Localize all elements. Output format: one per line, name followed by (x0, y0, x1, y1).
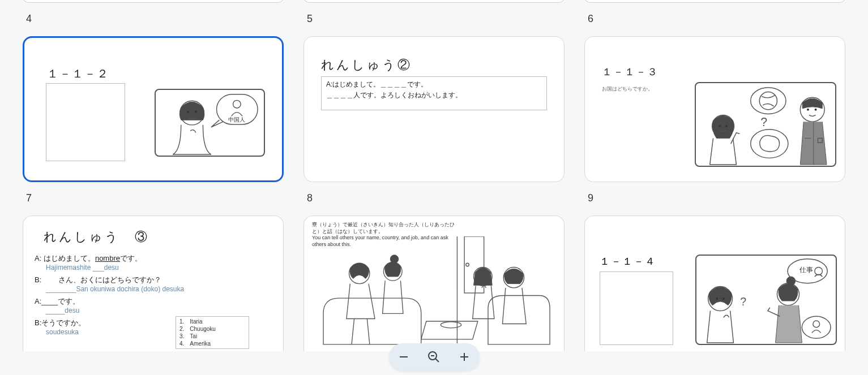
svg-point-26 (716, 298, 718, 300)
slide-12-placeholder (600, 271, 673, 345)
svg-text:仕事: 仕事 (799, 266, 813, 273)
slide-number-8: 8 (303, 182, 565, 210)
slide-12-illustration: ? 仕事 (695, 255, 837, 345)
slide-8-line1: A:はじめまして。＿＿＿＿です。 (326, 79, 542, 90)
svg-point-11 (751, 130, 788, 158)
slide-7-bubble-text: 中国人 (228, 117, 245, 123)
svg-point-9 (751, 88, 786, 114)
slide-10-title: れんしゅう ③ (35, 229, 272, 245)
svg-point-14 (815, 109, 817, 111)
slide-7-header: １－１－２ (47, 66, 109, 81)
slide-7-thumbnail[interactable]: １－１－２ 中国人 (23, 36, 284, 182)
slide-5-thumbnail[interactable] (303, 0, 565, 3)
svg-point-19 (441, 322, 461, 328)
svg-point-7 (725, 125, 728, 127)
slide-7-placeholder (46, 83, 125, 161)
slide-10-a2-romaji: _____desu (46, 307, 272, 314)
svg-point-6 (719, 125, 721, 127)
svg-point-18 (466, 263, 469, 266)
slide-10-b1: B: さん、おくにはどちらですか？ (35, 275, 272, 285)
zoom-in-button[interactable] (455, 348, 473, 366)
zoom-out-button[interactable] (395, 348, 413, 366)
slide-number-5: 5 (303, 3, 565, 31)
slide-8-line2: ＿＿＿＿人です。よろしくおねがいします。 (326, 90, 542, 101)
slide-10-a1: A: はじめまして。nombreです。 (35, 253, 272, 264)
slide-9-subtext: お国はどちらですか。 (602, 85, 653, 93)
svg-point-35 (813, 321, 820, 327)
slide-10-a1-romaji: Hajimemashite ___desu (46, 264, 272, 271)
slide-number-9: 9 (584, 182, 845, 210)
slide-4-thumbnail[interactable] (23, 0, 284, 3)
slide-11-thumbnail[interactable]: 寮（りょう）で最近（さいきん）知り合った人（しりあったひと）と話（はな）していま… (303, 215, 565, 351)
svg-line-38 (435, 359, 439, 362)
slide-8-textbox: A:はじめまして。＿＿＿＿です。 ＿＿＿＿人です。よろしくおねがいします。 (321, 76, 547, 110)
slide-7-illustration: 中国人 (155, 89, 265, 157)
svg-point-1 (187, 111, 189, 113)
slide-10-thumbnail[interactable]: れんしゅう ③ A: はじめまして。nombreです。 Hajimemashit… (23, 215, 284, 351)
slide-8-thumbnail[interactable]: れんしゅう② A:はじめまして。＿＿＿＿です。 ＿＿＿＿人です。よろしくおねがい… (303, 36, 565, 182)
svg-point-2 (195, 111, 197, 113)
slide-number-4: 4 (23, 3, 284, 31)
slide-8-title: れんしゅう② (321, 57, 412, 74)
svg-text:?: ? (740, 295, 746, 308)
svg-point-4 (233, 100, 241, 108)
slide-11-illustration (304, 236, 564, 350)
svg-point-27 (722, 298, 725, 300)
slide-number-6: 6 (584, 3, 845, 31)
zoom-toolbar (389, 343, 480, 370)
svg-point-10 (759, 92, 777, 110)
zoom-reset-button[interactable] (425, 348, 443, 366)
svg-point-22 (390, 255, 399, 264)
slide-12-header: １－１－４ (600, 255, 656, 268)
slide-number-7: 7 (23, 182, 284, 210)
slide-12-thumbnail[interactable]: １－１－４ ? (584, 215, 845, 351)
slide-9-illustration: ? (695, 82, 836, 167)
slide-10-options: 1. Itaria 2. Chuugoku 3. Tai 4. Amerika (176, 316, 249, 349)
svg-point-33 (815, 267, 823, 275)
slide-9-thumbnail[interactable]: １－１－３ お国はどちらですか。 ? (584, 36, 845, 182)
slide-10-b1-romaji: ________San okuniwa dochira (doko) desuk… (46, 285, 272, 293)
svg-point-13 (807, 109, 809, 111)
slide-6-thumbnail[interactable] (584, 0, 845, 3)
slide-10-a2: A:____です。 (35, 296, 272, 307)
svg-text:?: ? (760, 115, 767, 129)
slide-9-header: １－１－３ (602, 65, 659, 79)
